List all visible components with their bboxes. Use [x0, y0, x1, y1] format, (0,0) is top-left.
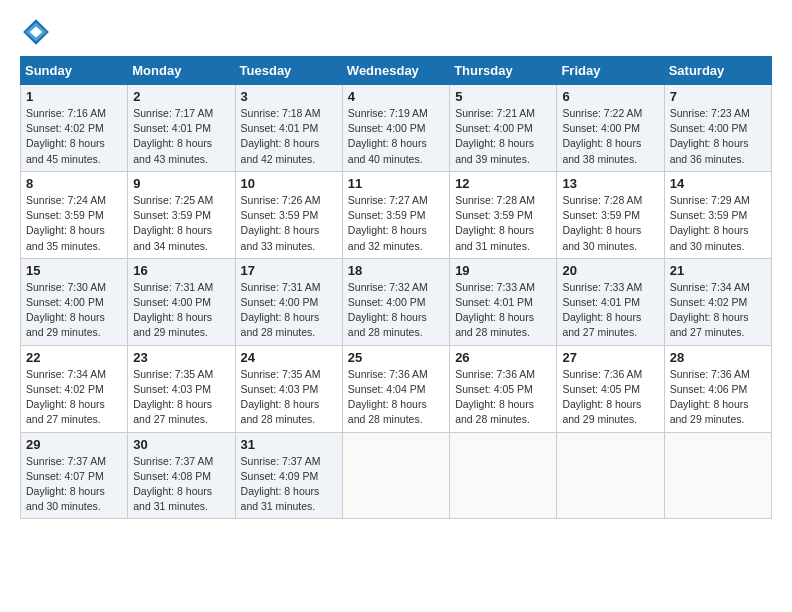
logo-icon [20, 16, 52, 48]
day-number: 31 [241, 437, 337, 452]
day-info: Sunrise: 7:34 AM Sunset: 4:02 PM Dayligh… [26, 367, 122, 428]
day-info: Sunrise: 7:36 AM Sunset: 4:05 PM Dayligh… [562, 367, 658, 428]
day-info: Sunrise: 7:33 AM Sunset: 4:01 PM Dayligh… [562, 280, 658, 341]
day-number: 29 [26, 437, 122, 452]
day-info: Sunrise: 7:22 AM Sunset: 4:00 PM Dayligh… [562, 106, 658, 167]
day-number: 13 [562, 176, 658, 191]
day-number: 21 [670, 263, 766, 278]
day-number: 6 [562, 89, 658, 104]
day-info: Sunrise: 7:35 AM Sunset: 4:03 PM Dayligh… [133, 367, 229, 428]
calendar-cell: 16Sunrise: 7:31 AM Sunset: 4:00 PM Dayli… [128, 258, 235, 345]
day-info: Sunrise: 7:36 AM Sunset: 4:06 PM Dayligh… [670, 367, 766, 428]
day-info: Sunrise: 7:17 AM Sunset: 4:01 PM Dayligh… [133, 106, 229, 167]
day-info: Sunrise: 7:37 AM Sunset: 4:09 PM Dayligh… [241, 454, 337, 515]
day-info: Sunrise: 7:37 AM Sunset: 4:07 PM Dayligh… [26, 454, 122, 515]
day-info: Sunrise: 7:31 AM Sunset: 4:00 PM Dayligh… [133, 280, 229, 341]
calendar-cell: 11Sunrise: 7:27 AM Sunset: 3:59 PM Dayli… [342, 171, 449, 258]
day-number: 16 [133, 263, 229, 278]
day-number: 4 [348, 89, 444, 104]
calendar-cell: 28Sunrise: 7:36 AM Sunset: 4:06 PM Dayli… [664, 345, 771, 432]
day-info: Sunrise: 7:26 AM Sunset: 3:59 PM Dayligh… [241, 193, 337, 254]
day-number: 3 [241, 89, 337, 104]
calendar-cell: 25Sunrise: 7:36 AM Sunset: 4:04 PM Dayli… [342, 345, 449, 432]
day-number: 8 [26, 176, 122, 191]
day-number: 28 [670, 350, 766, 365]
day-info: Sunrise: 7:36 AM Sunset: 4:04 PM Dayligh… [348, 367, 444, 428]
weekday-header-thursday: Thursday [450, 57, 557, 85]
calendar-cell: 4Sunrise: 7:19 AM Sunset: 4:00 PM Daylig… [342, 85, 449, 172]
day-info: Sunrise: 7:28 AM Sunset: 3:59 PM Dayligh… [562, 193, 658, 254]
calendar-cell [450, 432, 557, 519]
calendar-cell: 3Sunrise: 7:18 AM Sunset: 4:01 PM Daylig… [235, 85, 342, 172]
calendar-cell: 2Sunrise: 7:17 AM Sunset: 4:01 PM Daylig… [128, 85, 235, 172]
day-number: 24 [241, 350, 337, 365]
day-info: Sunrise: 7:23 AM Sunset: 4:00 PM Dayligh… [670, 106, 766, 167]
day-number: 15 [26, 263, 122, 278]
day-info: Sunrise: 7:35 AM Sunset: 4:03 PM Dayligh… [241, 367, 337, 428]
day-number: 1 [26, 89, 122, 104]
calendar-cell: 18Sunrise: 7:32 AM Sunset: 4:00 PM Dayli… [342, 258, 449, 345]
day-number: 17 [241, 263, 337, 278]
day-info: Sunrise: 7:32 AM Sunset: 4:00 PM Dayligh… [348, 280, 444, 341]
calendar-cell [342, 432, 449, 519]
day-number: 5 [455, 89, 551, 104]
day-number: 12 [455, 176, 551, 191]
calendar-cell: 14Sunrise: 7:29 AM Sunset: 3:59 PM Dayli… [664, 171, 771, 258]
calendar-cell: 29Sunrise: 7:37 AM Sunset: 4:07 PM Dayli… [21, 432, 128, 519]
calendar-cell: 6Sunrise: 7:22 AM Sunset: 4:00 PM Daylig… [557, 85, 664, 172]
calendar-cell: 22Sunrise: 7:34 AM Sunset: 4:02 PM Dayli… [21, 345, 128, 432]
day-info: Sunrise: 7:36 AM Sunset: 4:05 PM Dayligh… [455, 367, 551, 428]
calendar-cell: 12Sunrise: 7:28 AM Sunset: 3:59 PM Dayli… [450, 171, 557, 258]
calendar-cell: 21Sunrise: 7:34 AM Sunset: 4:02 PM Dayli… [664, 258, 771, 345]
day-number: 19 [455, 263, 551, 278]
day-info: Sunrise: 7:30 AM Sunset: 4:00 PM Dayligh… [26, 280, 122, 341]
day-info: Sunrise: 7:27 AM Sunset: 3:59 PM Dayligh… [348, 193, 444, 254]
day-info: Sunrise: 7:31 AM Sunset: 4:00 PM Dayligh… [241, 280, 337, 341]
calendar-cell: 15Sunrise: 7:30 AM Sunset: 4:00 PM Dayli… [21, 258, 128, 345]
day-number: 14 [670, 176, 766, 191]
calendar-cell: 24Sunrise: 7:35 AM Sunset: 4:03 PM Dayli… [235, 345, 342, 432]
calendar-cell: 27Sunrise: 7:36 AM Sunset: 4:05 PM Dayli… [557, 345, 664, 432]
day-number: 30 [133, 437, 229, 452]
calendar-cell: 13Sunrise: 7:28 AM Sunset: 3:59 PM Dayli… [557, 171, 664, 258]
day-info: Sunrise: 7:28 AM Sunset: 3:59 PM Dayligh… [455, 193, 551, 254]
calendar-cell: 7Sunrise: 7:23 AM Sunset: 4:00 PM Daylig… [664, 85, 771, 172]
day-info: Sunrise: 7:16 AM Sunset: 4:02 PM Dayligh… [26, 106, 122, 167]
weekday-header-tuesday: Tuesday [235, 57, 342, 85]
calendar-cell: 31Sunrise: 7:37 AM Sunset: 4:09 PM Dayli… [235, 432, 342, 519]
logo [20, 16, 56, 48]
calendar-week-5: 29Sunrise: 7:37 AM Sunset: 4:07 PM Dayli… [21, 432, 772, 519]
weekday-header-friday: Friday [557, 57, 664, 85]
day-info: Sunrise: 7:33 AM Sunset: 4:01 PM Dayligh… [455, 280, 551, 341]
weekday-header-row: SundayMondayTuesdayWednesdayThursdayFrid… [21, 57, 772, 85]
day-number: 2 [133, 89, 229, 104]
weekday-header-sunday: Sunday [21, 57, 128, 85]
day-info: Sunrise: 7:25 AM Sunset: 3:59 PM Dayligh… [133, 193, 229, 254]
day-number: 25 [348, 350, 444, 365]
day-info: Sunrise: 7:24 AM Sunset: 3:59 PM Dayligh… [26, 193, 122, 254]
calendar-cell: 10Sunrise: 7:26 AM Sunset: 3:59 PM Dayli… [235, 171, 342, 258]
calendar-cell: 30Sunrise: 7:37 AM Sunset: 4:08 PM Dayli… [128, 432, 235, 519]
day-number: 9 [133, 176, 229, 191]
weekday-header-monday: Monday [128, 57, 235, 85]
day-info: Sunrise: 7:21 AM Sunset: 4:00 PM Dayligh… [455, 106, 551, 167]
calendar-cell: 5Sunrise: 7:21 AM Sunset: 4:00 PM Daylig… [450, 85, 557, 172]
day-number: 26 [455, 350, 551, 365]
calendar-table: SundayMondayTuesdayWednesdayThursdayFrid… [20, 56, 772, 519]
day-info: Sunrise: 7:29 AM Sunset: 3:59 PM Dayligh… [670, 193, 766, 254]
calendar-cell: 17Sunrise: 7:31 AM Sunset: 4:00 PM Dayli… [235, 258, 342, 345]
day-number: 22 [26, 350, 122, 365]
day-info: Sunrise: 7:18 AM Sunset: 4:01 PM Dayligh… [241, 106, 337, 167]
calendar-week-1: 1Sunrise: 7:16 AM Sunset: 4:02 PM Daylig… [21, 85, 772, 172]
calendar-week-4: 22Sunrise: 7:34 AM Sunset: 4:02 PM Dayli… [21, 345, 772, 432]
day-info: Sunrise: 7:19 AM Sunset: 4:00 PM Dayligh… [348, 106, 444, 167]
calendar-cell [557, 432, 664, 519]
day-info: Sunrise: 7:34 AM Sunset: 4:02 PM Dayligh… [670, 280, 766, 341]
calendar-cell: 8Sunrise: 7:24 AM Sunset: 3:59 PM Daylig… [21, 171, 128, 258]
calendar-week-2: 8Sunrise: 7:24 AM Sunset: 3:59 PM Daylig… [21, 171, 772, 258]
day-number: 7 [670, 89, 766, 104]
day-number: 11 [348, 176, 444, 191]
weekday-header-wednesday: Wednesday [342, 57, 449, 85]
calendar-cell: 9Sunrise: 7:25 AM Sunset: 3:59 PM Daylig… [128, 171, 235, 258]
day-number: 23 [133, 350, 229, 365]
